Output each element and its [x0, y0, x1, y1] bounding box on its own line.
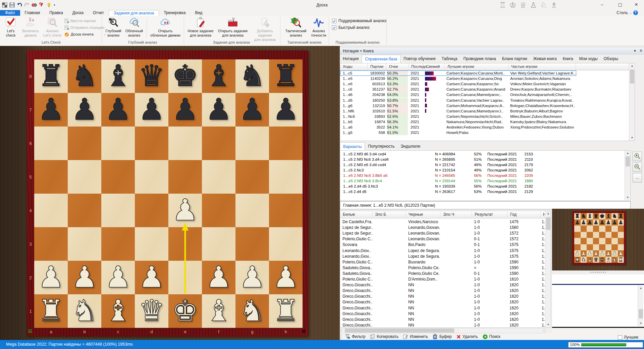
open-analysis-task-button[interactable]: Открыть заданиядля анализа: [217, 17, 248, 38]
game-row[interactable]: ScovaraBoi,Paolo0-115751...: [340, 242, 545, 248]
fast-analysis-checkbox[interactable]: ✓Быстрый анализ: [332, 25, 370, 30]
notes-pane[interactable]: ▲▼: [552, 285, 644, 327]
filter-button[interactable]: Фильтр: [345, 334, 365, 339]
scroll-right-icon[interactable]: ›: [543, 328, 544, 333]
game-row[interactable]: Lopez de Segur..Leonardo,Giovan..1-01572…: [340, 231, 545, 236]
help-icon[interactable]: ?: [633, 10, 638, 15]
variant-row[interactable]: 1...e5 2.Nf3 Nc6 3.Bc4N = 23914455%После…: [340, 179, 629, 184]
reference-row[interactable]: 1...g5558 61.0%2021Howell;Palac: [340, 130, 635, 135]
reference-col-1[interactable]: Ходы: [340, 63, 368, 70]
style-menu[interactable]: Стиль ⌄ ?: [616, 10, 638, 15]
panel-tab-1[interactable]: Нотация: [340, 55, 362, 63]
game-row[interactable]: Greco,Gioacchi..NN1-016201...: [340, 288, 545, 294]
variant-row[interactable]: 1...c6 2.d4 d5N = 26361753%Последний 202…: [340, 190, 629, 195]
new-analysis-task-button[interactable]: Новое заданиедля анализа: [185, 17, 216, 38]
game-row[interactable]: Leonardo,Giov..Lopez de Segura..1-015751…: [340, 254, 545, 259]
send-position-button[interactable]: Отправить позицию: [64, 24, 104, 31]
lets-check-button[interactable]: Let'scheck: [2, 17, 19, 38]
panel-tab-6[interactable]: Бланк партии: [499, 55, 530, 63]
reference-table[interactable]: ХодыПартииОчкиПоследн...СвежийЛучшие игр…: [340, 63, 635, 141]
game-row[interactable]: Polerio,Giulio C..Busnardo1-015901...: [340, 259, 545, 265]
reference-col-3[interactable]: Очки: [386, 63, 409, 70]
zoom-out-button[interactable]: [633, 162, 642, 172]
zoom-in-button[interactable]: [633, 152, 642, 161]
reference-row[interactable]: 1...a63522 54.1%2021Andreikin;Fedoseev;X…: [340, 124, 635, 130]
copy-button[interactable]: Копировать: [370, 334, 398, 339]
enter-game-button[interactable]: Ввести партию: [64, 18, 96, 24]
game-row[interactable]: De Castellvi,Fra..Vinoles,Narcisco1-0147…: [340, 219, 545, 225]
menu-item-1[interactable]: Файл: [0, 10, 20, 16]
panel-menu-icon[interactable]: ▼: [633, 49, 637, 53]
precision-analysis-button[interactable]: Анализточности: [309, 17, 328, 38]
game-row[interactable]: Polerio,Giulio C..Leonardo,Giovan..0-115…: [340, 236, 545, 242]
menu-item-2[interactable]: Главная: [20, 10, 45, 16]
variants-tab-2[interactable]: Популярность: [365, 142, 397, 151]
variants-list[interactable]: 1...c5 2.Nf3 d6 3.d4 cxd4N = 40698452%По…: [340, 150, 631, 201]
variants-tab-3[interactable]: Эндшпили: [397, 142, 423, 151]
deep-analysis-button[interactable]: Глубокийанализ: [103, 17, 123, 38]
menu-item-6[interactable]: Задания для анализа: [109, 10, 159, 16]
reference-row[interactable]: 1...e6602613 53.3%2021Carlsen;Caruana;Ka…: [340, 81, 635, 87]
buffer-button[interactable]: Буфер: [433, 334, 452, 339]
scroll-thumb[interactable]: [345, 329, 454, 333]
reference-row[interactable]: 1...Nc633893 52.6%2021Carlsen;Nepomniach…: [340, 114, 635, 119]
reference-row[interactable]: 1...Nf6102610 51.5%2021Carlsen;Caruana;M…: [340, 108, 635, 114]
games-col-4[interactable]: Эло Ч: [440, 211, 472, 218]
panel-tab-10[interactable]: Обзоры: [601, 55, 621, 63]
scroll-left-icon[interactable]: ‹: [341, 328, 342, 333]
reference-col-2[interactable]: Партии: [368, 63, 386, 70]
games-horizontal-scrollbar[interactable]: ‹›: [340, 328, 545, 333]
games-col-6[interactable]: Год: [507, 211, 540, 218]
panel-tab-2[interactable]: Справочная база: [362, 55, 400, 63]
variant-row[interactable]: 1...e5 2.Nf3 Nc6 3.Bb5 a6N = 24658556%По…: [340, 173, 629, 179]
games-col-5[interactable]: Результат: [472, 211, 507, 218]
reference-scrollbar[interactable]: ▲▼: [629, 63, 635, 141]
notes-scrollbar[interactable]: ▲▼: [638, 286, 643, 326]
close-button[interactable]: ✕: [629, 0, 644, 9]
game-row[interactable]: Greco,Gioacchi..NN1-016201...: [340, 317, 545, 322]
best-checkbox[interactable]: ✓ Лучшие: [618, 335, 638, 340]
game-row[interactable]: Greco,Gioacchi..NN1-016201...: [340, 282, 545, 288]
reference-col-7[interactable]: Частые игроки: [508, 63, 576, 70]
reference-row[interactable]: 1...c6351237 52.7%2021Carlsen;Caruana;Ka…: [340, 87, 635, 92]
splitter-handle[interactable]: [590, 272, 606, 273]
menu-item-3[interactable]: Правка: [45, 10, 68, 16]
analysis-lets-check-button[interactable]: АнализLet's check: [42, 17, 63, 38]
variants-tab-1[interactable]: Варианты: [340, 142, 365, 151]
game-row[interactable]: Saduleto,Giova..Polerio,Giulio Ce..=1590…: [340, 265, 545, 271]
games-scrollbar[interactable]: ▲▼: [545, 211, 551, 328]
games-col-3[interactable]: Черные: [406, 211, 440, 218]
reference-row[interactable]: 1...g6132119 50.7%2021Carlsen;Mohammad;K…: [340, 103, 635, 108]
panel-tab-7[interactable]: Живая книга: [530, 55, 560, 63]
edit-button[interactable]: Изменить: [403, 334, 428, 339]
game-row[interactable]: Greco,Gioacchi..NN1-016201...: [340, 294, 545, 299]
games-table[interactable]: БелыеЭло БЧерныеЭло ЧРезультатГодНоDe Ca…: [340, 211, 551, 328]
game-row[interactable]: Lopez de Segur..Leonardo,Giovan..1-01560…: [340, 225, 545, 231]
variant-row[interactable]: 1...e6 2.d4 d5 3.Nc3N = 19033956%Последн…: [340, 184, 629, 190]
reference-col-6[interactable]: Лучшие игроки: [445, 63, 508, 70]
variant-row[interactable]: 1...c5 2.Nf3 e6 3.d4 cxd4N = 22174249%По…: [340, 163, 629, 168]
reference-row[interactable]: 1...d6204238 54.0%2021Carlsen;Caruana;Ma…: [340, 92, 635, 97]
game-row[interactable]: Leonardo,Giov..Lopez de Segura..1-015751…: [340, 248, 545, 254]
panel-tab-4[interactable]: Таблица: [439, 55, 461, 63]
game-row[interactable]: Greco,Gioacchi..NN1-016201...: [340, 311, 545, 317]
reference-col-5[interactable]: Свежий: [423, 63, 445, 70]
variant-row[interactable]: 1...c5 2.Nf3 Nc6 3.d4 cxd4N = 26589551%П…: [340, 157, 629, 163]
game-row[interactable]: Polerio,Giulio C..D'Arminio,Dom..1-01610…: [340, 277, 545, 282]
panel-tab-9[interactable]: Мои ходы: [576, 55, 601, 63]
enable-engine-button[interactable]: Включитьдвижок: [20, 17, 41, 38]
more-options-button[interactable]: ...: [633, 173, 642, 183]
menu-item-4[interactable]: Доска: [68, 10, 88, 16]
game-row[interactable]: Greco,Gioacchi..NN1-016201...: [340, 322, 545, 328]
tactical-analysis-button[interactable]: Тактическийанализ: [283, 17, 308, 38]
reference-row[interactable]: 1...b616874 56.3%2021Nakamura;Nepomniach…: [340, 119, 635, 124]
menu-item-8[interactable]: Вид: [190, 10, 207, 16]
reference-row[interactable]: 1...d5180250 53.8%2021Carlsen;Caruana;Va…: [340, 98, 635, 103]
reference-row[interactable]: 1...e51140239 56.2%2021Carlsen;Kasparov;…: [340, 76, 635, 81]
games-col-1[interactable]: Белые: [340, 211, 372, 218]
search-button[interactable]: Поиск: [483, 334, 500, 339]
variant-row[interactable]: 1...c5 2.Nf3 d6 3.d4 cxd4N = 40698452%По…: [340, 152, 629, 157]
menu-item-7[interactable]: Тренировка: [159, 10, 190, 16]
panel-tab-8[interactable]: Книга: [560, 55, 576, 63]
minimize-button[interactable]: –: [594, 0, 610, 9]
